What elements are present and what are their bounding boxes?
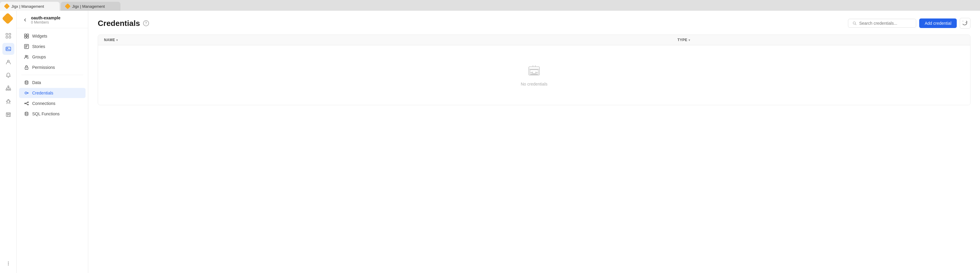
rail-icon-bug[interactable] bbox=[2, 95, 14, 107]
sidebar: oauth-example 0 Members Widgets bbox=[17, 11, 88, 273]
rail-icon-hierarchy[interactable] bbox=[2, 82, 14, 94]
table-header: NAME ▾ TYPE ▾ bbox=[98, 35, 970, 45]
permissions-label: Permissions bbox=[32, 65, 55, 70]
search-input[interactable] bbox=[859, 21, 912, 25]
empty-state-icon bbox=[527, 64, 541, 78]
stories-icon bbox=[24, 44, 29, 49]
svg-point-23 bbox=[25, 56, 27, 57]
sidebar-item-permissions[interactable]: Permissions bbox=[19, 62, 86, 72]
page-header: Credentials ? Add credential bbox=[88, 11, 980, 35]
sidebar-header: oauth-example 0 Members bbox=[17, 11, 88, 28]
svg-rect-20 bbox=[24, 37, 26, 38]
app-logo[interactable] bbox=[3, 14, 13, 24]
sidebar-item-data[interactable]: Data bbox=[19, 78, 86, 87]
widgets-label: Widgets bbox=[32, 34, 48, 38]
svg-point-32 bbox=[25, 112, 28, 113]
svg-rect-8 bbox=[6, 89, 7, 90]
svg-point-15 bbox=[8, 262, 9, 263]
credentials-label: Credentials bbox=[32, 90, 53, 95]
column-type-label: TYPE bbox=[678, 38, 687, 42]
svg-point-17 bbox=[8, 265, 9, 265]
permissions-icon bbox=[24, 65, 29, 70]
data-icon bbox=[24, 80, 29, 85]
tab-label-active: Jigx | Management bbox=[11, 4, 44, 9]
svg-rect-18 bbox=[24, 34, 26, 36]
data-label: Data bbox=[32, 80, 41, 85]
stories-label: Stories bbox=[32, 44, 45, 49]
sidebar-item-connections[interactable]: Connections bbox=[19, 98, 86, 108]
svg-point-26 bbox=[26, 68, 27, 68]
sidebar-item-credentials[interactable]: Credentials bbox=[19, 88, 86, 98]
refresh-icon bbox=[963, 21, 967, 25]
sidebar-item-groups[interactable]: Groups bbox=[19, 52, 86, 62]
rail-icon-image[interactable] bbox=[2, 43, 14, 55]
widgets-icon bbox=[24, 33, 29, 39]
browser-tab-inactive[interactable]: Jigx | Management bbox=[61, 2, 121, 11]
svg-rect-7 bbox=[8, 86, 9, 87]
rail-icon-grid[interactable] bbox=[2, 30, 14, 42]
header-actions: Add credential bbox=[848, 18, 970, 29]
svg-rect-21 bbox=[27, 37, 29, 38]
main-content: Credentials ? Add credential bbox=[88, 11, 980, 273]
svg-rect-19 bbox=[27, 34, 29, 36]
rail-icon-person[interactable] bbox=[2, 56, 14, 68]
tab-favicon-active bbox=[4, 3, 10, 9]
tab-label-inactive: Jigx | Management bbox=[72, 4, 105, 9]
sidebar-back-button[interactable] bbox=[21, 16, 29, 24]
column-name[interactable]: NAME ▾ bbox=[104, 38, 678, 42]
svg-point-24 bbox=[27, 56, 28, 57]
search-box[interactable] bbox=[848, 19, 916, 28]
credentials-icon bbox=[24, 90, 29, 96]
app-container: oauth-example 0 Members Widgets bbox=[0, 11, 980, 273]
sidebar-item-stories[interactable]: Stories bbox=[19, 41, 86, 52]
connections-label: Connections bbox=[32, 101, 56, 106]
sidebar-item-sql-functions[interactable]: SQL Functions bbox=[19, 109, 86, 119]
svg-rect-1 bbox=[9, 33, 11, 35]
svg-point-27 bbox=[25, 81, 28, 82]
org-name: oauth-example bbox=[31, 16, 83, 20]
browser-tab-active[interactable]: Jigx | Management bbox=[0, 2, 60, 11]
sql-functions-label: SQL Functions bbox=[32, 111, 60, 116]
rail-icon-more[interactable] bbox=[2, 257, 14, 270]
browser-tab-bar: Jigx | Management Jigx | Management bbox=[0, 0, 980, 11]
svg-rect-10 bbox=[10, 89, 11, 90]
search-icon bbox=[853, 21, 857, 25]
svg-rect-9 bbox=[8, 89, 9, 90]
svg-point-5 bbox=[7, 48, 8, 49]
groups-label: Groups bbox=[32, 54, 46, 59]
sidebar-org-info: oauth-example 0 Members bbox=[31, 16, 83, 24]
empty-state-text: No credentials bbox=[521, 82, 547, 86]
page-title: Credentials bbox=[98, 19, 140, 28]
tab-favicon-inactive bbox=[65, 3, 71, 9]
icon-rail bbox=[0, 11, 17, 273]
help-icon-label: ? bbox=[145, 21, 147, 25]
svg-rect-0 bbox=[6, 33, 8, 35]
refresh-button[interactable] bbox=[960, 18, 970, 29]
rail-icon-building[interactable] bbox=[2, 108, 14, 121]
svg-rect-2 bbox=[6, 37, 8, 38]
nav-divider bbox=[21, 75, 83, 75]
column-type[interactable]: TYPE ▾ bbox=[678, 38, 964, 42]
page-title-area: Credentials ? bbox=[98, 19, 149, 28]
add-credential-button[interactable]: Add credential bbox=[919, 19, 957, 28]
svg-point-16 bbox=[8, 263, 9, 264]
credentials-table: NAME ▾ TYPE ▾ bbox=[98, 35, 970, 105]
column-name-label: NAME bbox=[104, 38, 115, 42]
sidebar-nav: Widgets Stories bbox=[17, 28, 88, 273]
sql-icon bbox=[24, 111, 29, 116]
rail-icon-bell[interactable] bbox=[2, 69, 14, 81]
connections-icon bbox=[24, 101, 29, 106]
sort-type-icon: ▾ bbox=[689, 38, 690, 42]
logo-diamond bbox=[2, 13, 14, 24]
org-members: 0 Members bbox=[31, 20, 83, 24]
help-icon[interactable]: ? bbox=[143, 20, 149, 26]
svg-point-11 bbox=[7, 100, 10, 103]
sort-name-icon: ▾ bbox=[116, 38, 118, 42]
groups-icon bbox=[24, 54, 29, 60]
svg-point-6 bbox=[8, 60, 9, 62]
sidebar-item-widgets[interactable]: Widgets bbox=[19, 31, 86, 41]
svg-rect-3 bbox=[9, 37, 11, 38]
empty-state: No credentials bbox=[98, 45, 970, 105]
